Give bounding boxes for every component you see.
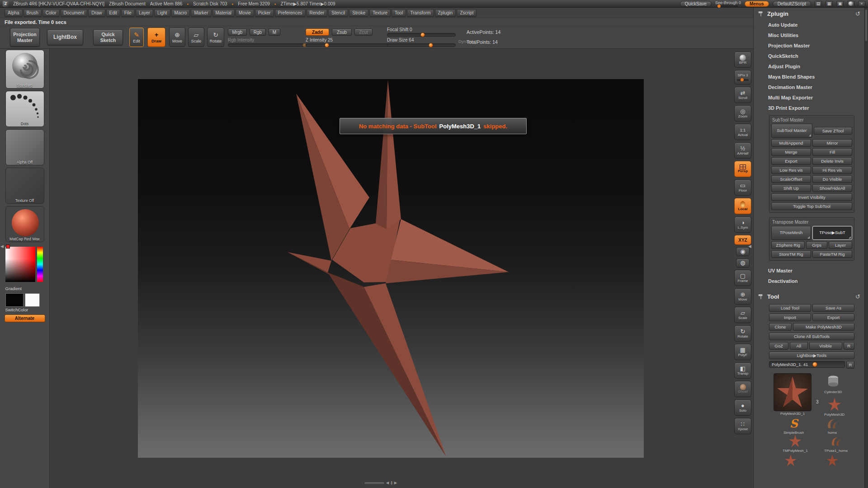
gyro-outer-button[interactable]: ◉ xyxy=(736,247,750,256)
multiappend-button[interactable]: MultiAppend xyxy=(771,139,811,147)
show-hide-all-button[interactable]: Show/HideAll xyxy=(812,184,852,192)
pastetm-rig-button[interactable]: PasteTM Rig xyxy=(812,250,852,258)
solo-button[interactable]: ● Solo xyxy=(734,399,751,416)
menu-picker[interactable]: Picker xyxy=(255,9,274,17)
current-material-thumb[interactable]: MatCap Red Wax xyxy=(5,206,44,242)
tool-thumb-cylinder3d[interactable]: Cylinder3D xyxy=(824,374,842,394)
z-intensity-track[interactable] xyxy=(306,43,390,47)
quick-sketch-button[interactable]: Quick Sketch xyxy=(93,29,123,45)
color-picker[interactable] xyxy=(5,244,44,283)
merge-button[interactable]: Merge xyxy=(771,148,811,156)
actual-button[interactable]: 1:1 Actual xyxy=(734,124,751,140)
storetm-rig-button[interactable]: StoreTM Rig xyxy=(771,250,811,258)
ghost-button[interactable]: Ghost xyxy=(734,381,751,397)
menu-tool[interactable]: Tool xyxy=(392,9,406,17)
load-tool-button[interactable]: Load Tool xyxy=(769,304,811,312)
lock-icon[interactable]: ▣ xyxy=(836,1,844,7)
goz-visible-button[interactable]: Visible xyxy=(809,342,842,350)
clone-button[interactable]: Clone xyxy=(769,323,792,331)
panel-item-uv-master[interactable]: UV Master xyxy=(754,265,864,276)
current-texture-thumb[interactable]: Texture Off xyxy=(5,168,44,204)
current-alpha-thumb[interactable]: Alpha Off xyxy=(5,129,44,165)
clone-all-subtools-button[interactable]: Clone All SubTools xyxy=(769,333,854,340)
save-as-button[interactable]: Save As xyxy=(812,304,854,312)
zbrush-logo-icon[interactable]: Z xyxy=(3,1,9,7)
menu-macro[interactable]: Macro xyxy=(171,9,190,17)
scroll-track[interactable] xyxy=(364,482,385,485)
aahalf-button[interactable]: ½ AAHalf xyxy=(734,142,751,159)
layer-button[interactable]: Layer xyxy=(829,241,852,249)
alternate-button[interactable]: Alternate xyxy=(5,314,45,322)
scroll-button[interactable]: ⇄ Scroll xyxy=(734,87,751,103)
tool-thumb-tpose-horns[interactable]: TPose1_horns xyxy=(824,434,848,453)
tool-thumb-tmpolymesh[interactable]: TMPolyMesh_1 xyxy=(783,434,808,453)
menu-file[interactable]: File xyxy=(121,9,135,17)
floor-button[interactable]: ▭ Floor xyxy=(734,179,751,196)
active-tool-slider[interactable]: PolyMesh3D_1. 41 xyxy=(769,361,845,368)
menu-color[interactable]: Color xyxy=(42,9,60,17)
see-through-track[interactable] xyxy=(717,5,738,7)
move-mode-button[interactable]: ⊕ Move xyxy=(169,28,185,47)
menu-stencil[interactable]: Stencil xyxy=(328,9,348,17)
menu-stroke[interactable]: Stroke xyxy=(349,9,368,17)
zplugin-header[interactable]: Zplugin ↺ xyxy=(754,8,864,19)
close-icon[interactable]: × xyxy=(858,1,865,7)
draw-mode-button[interactable]: + Draw xyxy=(147,28,165,47)
right-scrollbar[interactable] xyxy=(864,8,868,488)
zoom-button[interactable]: ◎ Zoom xyxy=(734,105,751,122)
lightbox-tools-button[interactable]: Lightbox▶Tools xyxy=(769,352,854,359)
projection-master-button[interactable]: Projection Master xyxy=(10,28,40,47)
see-through-knob[interactable] xyxy=(717,5,721,8)
current-brush-thumb[interactable]: Standard xyxy=(5,50,44,89)
rgb-intensity-track[interactable] xyxy=(228,43,307,47)
export-subtool-button[interactable]: Export xyxy=(771,157,811,165)
menu-draw[interactable]: Draw xyxy=(88,9,105,17)
menu-render[interactable]: Render xyxy=(307,9,328,17)
layout-grid-icon[interactable]: ▦ xyxy=(826,1,833,7)
draw-size-slider[interactable]: Draw Size 64 xyxy=(387,38,456,47)
gradient-label[interactable]: Gradient xyxy=(5,286,44,291)
menu-brush[interactable]: Brush xyxy=(24,9,42,17)
panel-item-decimation-master[interactable]: Decimation Master xyxy=(754,82,864,92)
xpose-button[interactable]: ∷ Xpose xyxy=(734,418,751,434)
zadd-button[interactable]: Zadd xyxy=(306,28,329,36)
focal-shift-track[interactable] xyxy=(387,33,456,37)
goz-button[interactable]: GoZ xyxy=(769,342,788,350)
menu-zplugin[interactable]: Zplugin xyxy=(435,9,456,17)
edit-mode-button[interactable]: ✎ Edit xyxy=(129,28,144,47)
canvas-area[interactable]: No matching data - SubTool PolyMesh3D_1 … xyxy=(50,49,732,488)
focal-shift-knob[interactable] xyxy=(420,33,425,37)
tool-thumb-horns[interactable]: horns xyxy=(825,417,840,435)
local-button[interactable]: Local xyxy=(734,198,751,214)
panel-item-auto-update[interactable]: Auto Update xyxy=(754,19,864,30)
shelf-rotate-button[interactable]: ↻ Rotate xyxy=(734,325,751,342)
draw-size-track[interactable] xyxy=(387,43,456,47)
scale-mode-button[interactable]: ▱ Scale xyxy=(188,28,204,47)
current-stroke-thumb[interactable]: Dots xyxy=(5,91,44,127)
goz-r-button[interactable]: R xyxy=(844,342,854,350)
z-intensity-slider[interactable]: Z Intensity 25 xyxy=(306,38,390,47)
tpose-subt-button[interactable]: TPose▶SubT xyxy=(812,226,852,240)
tool-r-button[interactable]: R xyxy=(846,361,854,369)
z-intensity-knob[interactable] xyxy=(325,43,329,47)
scroll-right-icon[interactable]: ▶ xyxy=(394,481,397,485)
draw-size-knob[interactable] xyxy=(429,43,433,47)
menu-texture[interactable]: Texture xyxy=(369,9,391,17)
panel-item-misc-utilities[interactable]: Misc Utilities xyxy=(754,30,864,40)
export-button[interactable]: Export xyxy=(812,314,854,321)
tposemesh-button[interactable]: TPoseMesh xyxy=(771,226,811,240)
rgb-button[interactable]: Rgb xyxy=(250,28,266,36)
grps-button[interactable]: Grps xyxy=(806,241,827,249)
tool-header[interactable]: Tool ↺ xyxy=(754,291,864,302)
material-sphere-icon[interactable] xyxy=(847,1,854,7)
layout-docs-icon[interactable]: ▤ xyxy=(815,1,822,7)
frame-button[interactable]: ▢ Frame xyxy=(734,270,751,286)
import-button[interactable]: Import xyxy=(769,314,811,321)
menu-layer[interactable]: Layer xyxy=(136,9,153,17)
goz-all-button[interactable]: All xyxy=(790,342,807,350)
lightbox-button[interactable]: LightBox xyxy=(47,29,83,45)
tool-restore-icon[interactable]: ↺ xyxy=(855,293,860,300)
hi-res-vis-button[interactable]: Hi Res vis xyxy=(812,166,852,174)
menu-alpha[interactable]: Alpha xyxy=(5,9,23,17)
focal-shift-slider[interactable]: Focal Shift 0 xyxy=(387,27,456,37)
